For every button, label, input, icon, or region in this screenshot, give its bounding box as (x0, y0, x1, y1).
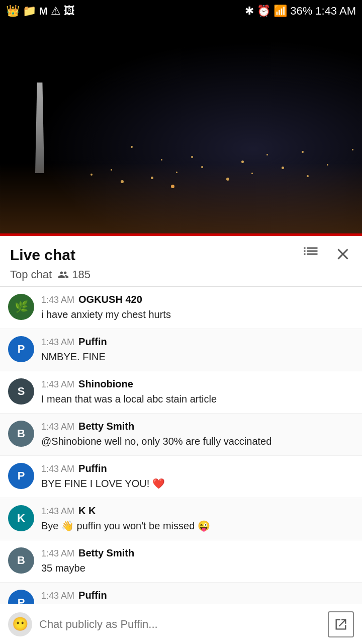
message-time: 1:43 AM (41, 337, 74, 348)
message-author: Puffin (78, 336, 107, 348)
message-meta: 1:43 AMPuffin (41, 463, 354, 474)
message-content: 1:43 AMPuffinBYE FINE I LOVE YOU! ❤️ (41, 463, 354, 491)
chat-header-actions[interactable] (302, 245, 352, 265)
crown-icon: 👑 (6, 5, 20, 18)
warning-icon: ⚠ (51, 5, 61, 18)
message-meta: 1:43 AMBetty Smith (41, 421, 354, 432)
message-meta: 1:43 AMPuffin (41, 590, 354, 601)
message-time: 1:43 AM (41, 422, 74, 432)
avatar: P (8, 336, 34, 362)
message-text: I mean that was a local abc stain articl… (41, 392, 354, 406)
video-background (0, 22, 362, 233)
avatar: P (8, 463, 34, 489)
chat-messages-list: 🌿1:43 AMOGKUSH 420i have anxiety my ches… (0, 287, 362, 625)
status-bar: 👑 📁 M ⚠ 🖼 ✱ ⏰ 📶 36% 1:43 AM (0, 0, 362, 22)
light-dot (302, 151, 304, 153)
message-author: Betty Smith (78, 547, 134, 559)
message-content: 1:43 AMPuffinNMBYE. FINE (41, 336, 354, 364)
message-time: 1:43 AM (41, 548, 74, 559)
emoji-button[interactable]: 😶 (8, 612, 32, 636)
avatar: B (8, 421, 34, 447)
status-right-info: ✱ ⏰ 📶 36% 1:43 AM (245, 5, 356, 18)
message-content: 1:43 AMOGKUSH 420i have anxiety my chest… (41, 294, 354, 321)
message-author: K K (78, 505, 96, 517)
message-author: Puffin (78, 590, 107, 601)
chat-sub-row: Top chat 185 (10, 268, 352, 281)
message-meta: 1:43 AMOGKUSH 420 (41, 294, 354, 305)
message-meta: 1:43 AMBetty Smith (41, 547, 354, 559)
message-meta: 1:43 AMPuffin (41, 336, 354, 348)
message-meta: 1:43 AMShinobione (41, 378, 354, 390)
message-author: Shinobione (78, 378, 133, 390)
message-text: @Shinobione well no, only 30% are fully … (41, 434, 354, 448)
emoji-icon: 😶 (12, 616, 28, 632)
message-text: Bye 👋 puffin you won't be missed 😜 (41, 519, 354, 533)
status-left-icons: 👑 📁 M ⚠ 🖼 (6, 5, 75, 18)
video-player[interactable] (0, 22, 362, 233)
message-row: B1:43 AMBetty Smith@Shinobione well no, … (0, 414, 362, 456)
message-row: 🌿1:43 AMOGKUSH 420i have anxiety my ches… (0, 287, 362, 329)
message-time: 1:43 AM (41, 464, 74, 474)
top-chat-label: Top chat (10, 268, 52, 281)
message-author: OGKUSH 420 (78, 294, 142, 305)
city-glow (0, 163, 362, 233)
battery-percent: 36% (290, 5, 312, 18)
avatar: K (8, 505, 34, 531)
viewer-count-number: 185 (72, 268, 90, 281)
light-dot (266, 154, 268, 155)
message-row: P1:43 AMPuffinBYE FINE I LOVE YOU! ❤️ (0, 456, 362, 498)
message-content: 1:43 AMBetty Smith35 maybe (41, 547, 354, 575)
chat-input[interactable] (39, 618, 321, 631)
message-time: 1:43 AM (41, 506, 74, 517)
message-time: 1:43 AM (41, 379, 74, 390)
time-display: 1:43 AM (315, 5, 356, 18)
message-content: 1:43 AMK KBye 👋 puffin you won't be miss… (41, 505, 354, 533)
message-text: 35 maybe (41, 561, 354, 575)
message-time: 1:43 AM (41, 295, 74, 305)
message-author: Betty Smith (78, 421, 134, 432)
message-content: 1:43 AMShinobioneI mean that was a local… (41, 378, 354, 406)
metro-icon: M (39, 6, 48, 17)
close-button[interactable] (334, 245, 352, 265)
chat-input-bar[interactable]: 😶 (0, 604, 362, 644)
viewer-count: 185 (58, 268, 90, 281)
message-meta: 1:43 AMK K (41, 505, 354, 517)
chat-title: Live chat (10, 247, 75, 264)
light-dot (131, 146, 133, 148)
bluetooth-icon: ✱ (245, 5, 254, 18)
message-text: NMBYE. FINE (41, 350, 354, 364)
folder-icon: 📁 (23, 5, 36, 18)
message-row: S1:43 AMShinobioneI mean that was a loca… (0, 371, 362, 414)
monument-decoration (35, 83, 44, 173)
avatar: S (8, 378, 34, 405)
chat-header-top-row: Live chat (10, 245, 352, 265)
message-row: B1:43 AMBetty Smith35 maybe (0, 540, 362, 583)
light-dot (352, 149, 353, 150)
message-text: i have anxiety my chest hurts (41, 307, 354, 321)
light-dot (191, 156, 193, 158)
message-author: Puffin (78, 463, 107, 474)
alarm-icon: ⏰ (257, 5, 270, 18)
avatar: B (8, 547, 34, 574)
message-row: K1:43 AMK KBye 👋 puffin you won't be mis… (0, 498, 362, 540)
image-icon: 🖼 (64, 5, 75, 18)
message-row: P1:43 AMPuffinNMBYE. FINE (0, 329, 362, 371)
chat-header: Live chat Top chat 185 (0, 236, 362, 287)
message-text: BYE FINE I LOVE YOU! ❤️ (41, 476, 354, 491)
send-button[interactable] (328, 611, 354, 637)
message-content: 1:43 AMBetty Smith@Shinobione well no, o… (41, 421, 354, 448)
message-time: 1:43 AM (41, 591, 74, 601)
wifi-icon: 📶 (274, 5, 287, 18)
avatar: 🌿 (8, 294, 34, 320)
light-dot (161, 159, 162, 160)
filter-button[interactable] (302, 245, 320, 265)
